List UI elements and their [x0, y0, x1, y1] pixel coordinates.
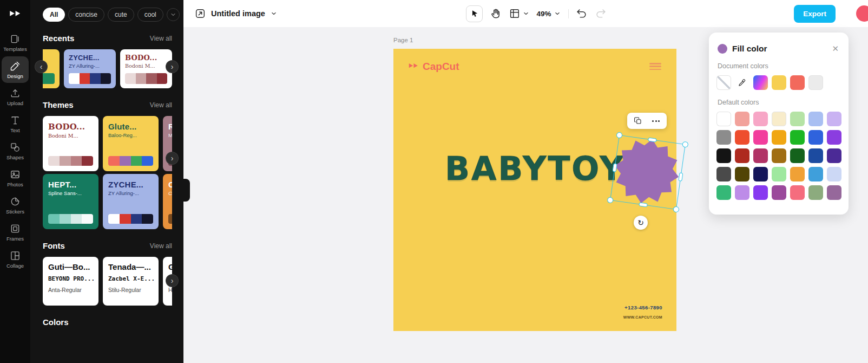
chevron-down-icon[interactable]	[522, 10, 529, 17]
filter-chip-concise[interactable]: concise	[68, 8, 104, 22]
color-swatch[interactable]	[827, 130, 841, 145]
color-swatch[interactable]	[716, 130, 731, 145]
color-swatch[interactable]	[772, 130, 786, 145]
color-swatch[interactable]	[790, 167, 805, 182]
color-swatch[interactable]	[772, 148, 786, 163]
color-swatch[interactable]	[790, 130, 805, 145]
close-icon[interactable]: ✕	[831, 43, 840, 54]
zoom-level[interactable]: 49%	[536, 10, 551, 18]
duplicate-button[interactable]	[630, 114, 646, 127]
gradient-swatch[interactable]	[753, 75, 768, 90]
color-swatch[interactable]	[808, 75, 823, 90]
color-swatch[interactable]	[772, 185, 786, 200]
undo-button[interactable]	[576, 8, 588, 20]
redo-button[interactable]	[595, 8, 607, 20]
color-swatch[interactable]	[827, 148, 841, 163]
template-card[interactable]: Glute...Baloo-Reg...	[103, 116, 159, 171]
template-card[interactable]: ZYCHE...ZY Alluring-...	[64, 49, 116, 88]
template-card[interactable]: BODO...Bodoni M...	[43, 116, 98, 171]
color-swatch[interactable]	[772, 112, 786, 126]
color-swatch[interactable]	[790, 148, 805, 163]
themes-view-all[interactable]: View all	[150, 101, 172, 109]
color-swatch[interactable]	[827, 167, 841, 182]
document-title[interactable]: Untitled image	[211, 9, 265, 18]
color-swatch[interactable]	[716, 148, 731, 163]
panel-collapse-handle[interactable]	[183, 179, 190, 202]
select-tool-button[interactable]	[465, 5, 482, 22]
rotate-handle[interactable]: ↻	[634, 216, 648, 230]
template-card[interactable]: BODO...Bodoni M...	[120, 49, 172, 88]
sidebar-item-collage[interactable]: Collage	[2, 246, 29, 273]
template-card[interactable]: CaCle	[163, 174, 172, 229]
color-swatch[interactable]	[808, 148, 823, 163]
selection-box[interactable]	[610, 135, 686, 210]
layout-grid-button[interactable]	[508, 8, 520, 20]
color-swatch[interactable]	[808, 185, 823, 200]
color-swatch[interactable]	[827, 185, 841, 200]
color-swatch[interactable]	[772, 167, 786, 182]
recents-view-all[interactable]: View all	[150, 35, 172, 42]
template-card[interactable]: ZYCHE...ZY Alluring-...	[103, 174, 159, 229]
sidebar-item-stickers[interactable]: Stickers	[2, 192, 29, 218]
color-swatch[interactable]	[735, 185, 749, 200]
color-swatch[interactable]	[790, 185, 805, 200]
color-swatch[interactable]	[753, 167, 768, 182]
font-card[interactable]: Tenada—...Zacbel X-E...Stilu-Regular	[103, 257, 159, 306]
resize-handle[interactable]	[682, 141, 688, 147]
sidebar-item-text[interactable]: Text	[2, 111, 29, 137]
color-swatch[interactable]	[735, 112, 749, 126]
sidebar-item-upload[interactable]: Upload	[2, 83, 29, 110]
color-swatch[interactable]	[790, 75, 805, 90]
scroll-right-button[interactable]: ›	[166, 275, 178, 287]
resize-handle[interactable]	[678, 172, 683, 182]
poster-menu-icon[interactable]	[649, 63, 661, 72]
color-swatch[interactable]	[716, 112, 731, 126]
resize-handle[interactable]	[648, 138, 657, 142]
filter-chip-cute[interactable]: cute	[108, 8, 134, 22]
color-swatch[interactable]	[753, 130, 768, 145]
filter-chip-all[interactable]: All	[43, 8, 65, 22]
color-swatch[interactable]	[716, 185, 731, 200]
color-swatch[interactable]	[808, 167, 823, 182]
export-button[interactable]: Export	[794, 5, 836, 23]
hand-tool-button[interactable]	[489, 8, 501, 20]
chips-more-button[interactable]	[167, 8, 180, 21]
resize-handle[interactable]	[673, 206, 679, 212]
avatar[interactable]	[856, 5, 868, 22]
fonts-view-all[interactable]: View all	[150, 242, 172, 250]
font-card[interactable]: Guti—Bo...BEYOND PRO...Anta-Regular	[43, 257, 98, 306]
poster-website-text[interactable]: WWW.CAPCUT.COM	[623, 315, 662, 319]
resize-canvas-icon[interactable]	[194, 8, 206, 20]
capcut-logo-icon[interactable]	[7, 7, 23, 23]
color-swatch[interactable]	[772, 75, 786, 90]
eyedropper-icon[interactable]	[735, 75, 749, 90]
template-card[interactable]: HEPT...Spline Sans-...	[43, 174, 98, 229]
color-swatch[interactable]	[808, 130, 823, 145]
color-swatch[interactable]	[716, 167, 731, 182]
color-swatch[interactable]	[753, 112, 768, 126]
poster-phone-text[interactable]: +123-456-7890	[624, 304, 662, 310]
chevron-down-icon[interactable]	[554, 10, 561, 17]
sidebar-item-design[interactable]: Design	[2, 56, 29, 83]
color-swatch[interactable]	[735, 148, 749, 163]
color-swatch[interactable]	[753, 148, 768, 163]
scroll-left-button[interactable]: ‹	[35, 61, 47, 73]
poster-brand[interactable]: CapCut	[407, 61, 459, 73]
resize-handle[interactable]	[616, 132, 622, 138]
color-swatch[interactable]	[827, 112, 841, 126]
sidebar-item-frames[interactable]: Frames	[2, 219, 29, 245]
color-swatch[interactable]	[790, 112, 805, 126]
color-swatch[interactable]	[808, 112, 823, 126]
color-swatch[interactable]	[735, 167, 749, 182]
color-swatch[interactable]	[753, 185, 768, 200]
sidebar-item-photos[interactable]: Photos	[2, 165, 29, 191]
more-button[interactable]	[648, 114, 664, 127]
scroll-right-button[interactable]: ›	[166, 61, 178, 73]
sidebar-item-templates[interactable]: Templates	[2, 29, 29, 56]
no-color-swatch[interactable]	[716, 75, 731, 90]
scroll-right-button[interactable]: ›	[166, 152, 178, 164]
sidebar-item-shapes[interactable]: Shapes	[2, 138, 29, 164]
filter-chip-cool[interactable]: cool	[137, 8, 163, 22]
color-swatch[interactable]	[735, 130, 749, 145]
chevron-down-icon[interactable]	[270, 10, 278, 17]
